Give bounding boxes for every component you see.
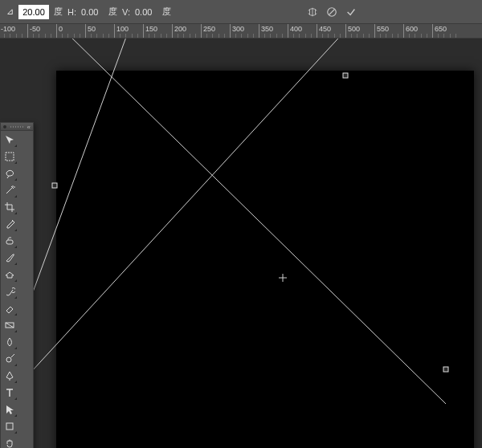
- dodge-tool[interactable]: [1, 350, 18, 367]
- hand-tool[interactable]: [1, 434, 18, 448]
- ruler-tick-label: -100: [1, 25, 15, 33]
- pen-tool[interactable]: [1, 367, 18, 384]
- crop-tool[interactable]: [1, 198, 18, 215]
- eyedropper-tool[interactable]: [1, 215, 18, 232]
- svg-line-1: [329, 9, 335, 14]
- artboard[interactable]: [56, 71, 474, 448]
- clone-stamp-tool[interactable]: [1, 266, 18, 283]
- angle-unit: 度: [54, 6, 63, 18]
- blur-tool[interactable]: [1, 333, 18, 350]
- v-value[interactable]: 0.00: [135, 7, 157, 17]
- ruler-tick-label: 550: [377, 25, 389, 33]
- move-tool[interactable]: [1, 131, 18, 148]
- svg-rect-4: [6, 153, 14, 161]
- ruler-tick-label: -50: [30, 25, 40, 33]
- eraser-tool[interactable]: [1, 299, 18, 316]
- gradient-tool[interactable]: [1, 316, 18, 333]
- transform-handle[interactable]: [343, 73, 348, 78]
- marquee-tool[interactable]: [1, 148, 18, 165]
- collapse-icon[interactable]: «: [27, 124, 31, 131]
- angle-symbol: ⊿: [6, 6, 14, 17]
- transform-handle[interactable]: [52, 183, 57, 188]
- tools-panel: « ⇄: [0, 122, 34, 448]
- spot-healing-tool[interactable]: [1, 232, 18, 249]
- warp-icon: [305, 5, 320, 19]
- ruler-tick-label: 500: [348, 25, 360, 33]
- svg-point-7: [6, 357, 11, 362]
- ruler-tick-label: 200: [174, 25, 186, 33]
- ruler-tick-label: 450: [319, 25, 331, 33]
- ruler-tick-label: 50: [88, 25, 96, 33]
- options-bar: ⊿ 度 H: 0.00 度 V: 0.00 度: [0, 0, 482, 24]
- ruler-tick-label: 0: [59, 25, 63, 33]
- ruler-tick-label: 400: [290, 25, 302, 33]
- v-label: V:: [122, 7, 130, 17]
- ruler-tick-label: 600: [406, 25, 418, 33]
- path-selection-tool[interactable]: [1, 401, 18, 417]
- svg-rect-5: [6, 240, 13, 244]
- h-label: H:: [67, 7, 76, 17]
- svg-rect-8: [6, 423, 13, 430]
- ruler-tick-label: 150: [145, 25, 157, 33]
- history-brush-tool[interactable]: [1, 283, 18, 299]
- canvas-area[interactable]: [0, 39, 482, 448]
- transform-handle[interactable]: [443, 367, 448, 372]
- magic-wand-tool[interactable]: [1, 181, 18, 198]
- brush-tool[interactable]: [1, 249, 18, 266]
- ruler-tick-label: 300: [232, 25, 244, 33]
- commit-transform-button[interactable]: [344, 5, 358, 19]
- cancel-transform-button[interactable]: [325, 5, 339, 19]
- ruler-tick-label: 650: [435, 25, 447, 33]
- tools-panel-grip[interactable]: «: [1, 123, 33, 131]
- shape-tool[interactable]: [1, 417, 18, 434]
- h-unit: 度: [108, 6, 117, 18]
- h-value[interactable]: 0.00: [81, 7, 104, 17]
- v-unit: 度: [162, 6, 171, 18]
- type-tool[interactable]: [1, 384, 18, 401]
- lasso-tool[interactable]: [1, 165, 18, 181]
- angle-input[interactable]: [18, 5, 49, 19]
- ruler-tick-label: 100: [116, 25, 129, 33]
- ruler-tick-label: 250: [203, 25, 215, 33]
- ruler-horizontal[interactable]: -100-50050100150200250300350400450500550…: [0, 24, 482, 39]
- ruler-tick-label: 350: [261, 25, 273, 33]
